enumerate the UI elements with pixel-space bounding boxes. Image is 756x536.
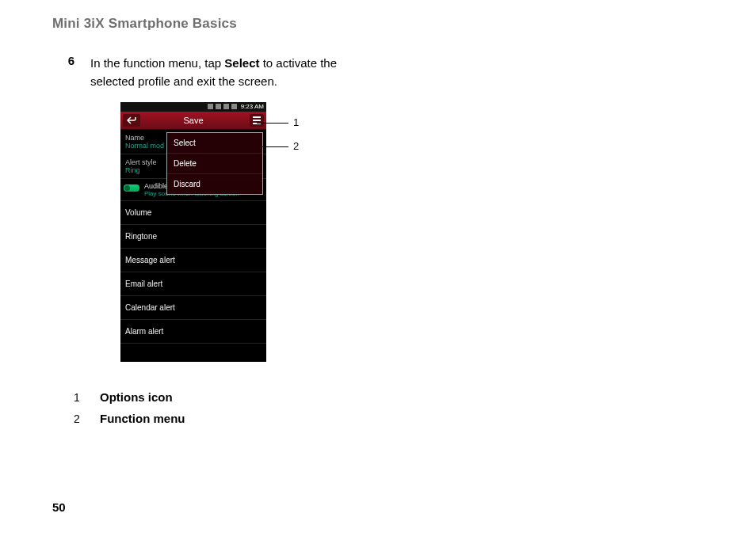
step-text: In the function menu, tap Select to acti… xyxy=(90,54,352,91)
list-item[interactable]: Volume xyxy=(120,201,266,225)
callout-legend: 1 Options icon 2 Function menu xyxy=(54,390,708,425)
page-title: Mini 3iX Smartphone Basics xyxy=(52,16,708,32)
toggle-switch[interactable] xyxy=(124,184,139,192)
list-item[interactable]: Email alert xyxy=(120,272,266,296)
function-menu: Select Delete Discard xyxy=(166,132,263,195)
status-bar-icon xyxy=(216,104,221,109)
legend-text: Function menu xyxy=(100,412,185,425)
battery-icon xyxy=(231,104,237,109)
list-item[interactable]: Message alert xyxy=(120,249,266,272)
legend-row: 2 Function menu xyxy=(54,412,708,425)
manual-page: Mini 3iX Smartphone Basics 6 In the func… xyxy=(0,0,756,536)
legend-row: 1 Options icon xyxy=(54,390,708,404)
menu-item-delete[interactable]: Delete xyxy=(167,154,262,174)
step-number: 6 xyxy=(52,54,90,67)
status-bar: 9:23 AM xyxy=(120,102,266,112)
menu-item-discard[interactable]: Discard xyxy=(167,174,262,194)
screenshot-wrapper: 9:23 AM Save Name Normal mod xyxy=(120,102,342,362)
step-text-bold: Select xyxy=(224,56,259,70)
titlebar-label: Save xyxy=(120,116,266,125)
page-number: 50 xyxy=(52,500,66,514)
callout-number-1: 1 xyxy=(293,116,299,128)
list-item[interactable]: Calendar alert xyxy=(120,296,266,320)
options-button[interactable] xyxy=(250,114,264,127)
callout-line-1 xyxy=(257,123,288,124)
legend-number: 1 xyxy=(54,391,100,404)
back-button[interactable] xyxy=(123,114,140,127)
list-item[interactable]: Alarm alert xyxy=(120,320,266,344)
callout-number-2: 2 xyxy=(293,140,299,152)
legend-text: Options icon xyxy=(100,390,173,404)
step-text-pre: In the function menu, tap xyxy=(90,56,224,70)
status-bar-icon xyxy=(208,104,213,109)
callout-line-2 xyxy=(262,146,288,147)
back-arrow-icon xyxy=(127,116,136,124)
phone-screenshot: 9:23 AM Save Name Normal mod xyxy=(120,102,266,362)
list-item[interactable]: Ringtone xyxy=(120,225,266,249)
menu-item-select[interactable]: Select xyxy=(167,133,262,154)
title-bar: Save xyxy=(120,112,266,130)
status-time: 9:23 AM xyxy=(241,103,264,110)
signal-icon xyxy=(223,104,229,109)
instruction-step: 6 In the function menu, tap Select to ac… xyxy=(52,54,708,91)
legend-number: 2 xyxy=(54,412,100,425)
